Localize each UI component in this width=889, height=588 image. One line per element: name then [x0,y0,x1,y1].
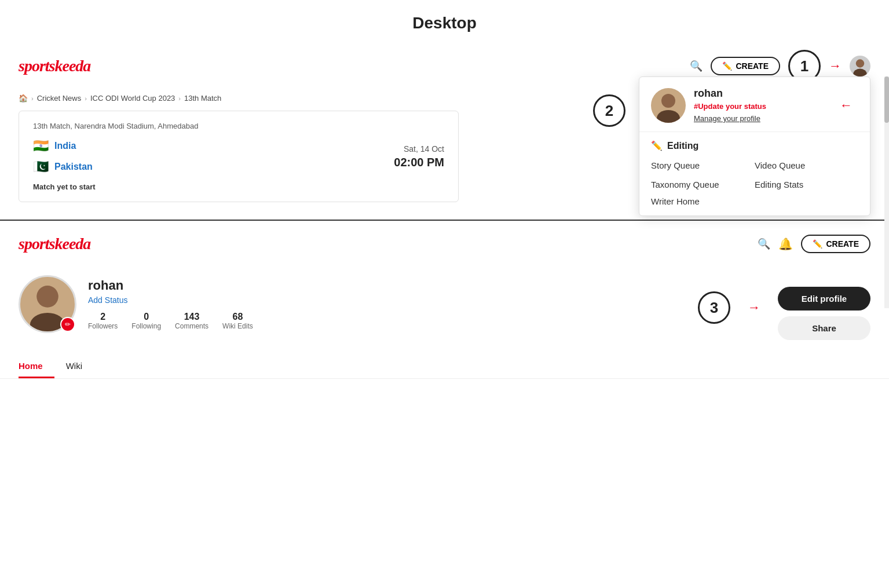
match-status: Match yet to start [33,182,444,191]
dropdown-manage-link[interactable]: Manage your profile [694,114,760,123]
create-button-1[interactable]: ✏️ CREATE [711,57,780,75]
match-date: Sat, 14 Oct [394,144,444,154]
tab-wiki[interactable]: Wiki [66,355,94,378]
team-pakistan-row: 🇵🇰 Pakistan [33,159,93,174]
pakistan-flag: 🇵🇰 [33,159,49,174]
share-button[interactable]: Share [778,316,870,340]
scrollbar-track[interactable] [884,76,889,308]
profile-right: Edit profile Share [778,275,870,340]
dropdown-story-queue[interactable]: Story Queue [651,158,755,173]
dropdown-user-row: rohan #Update your status Manage your pr… [639,77,870,132]
profile-avatar-wrap: ✏ [19,275,76,333]
profile-add-status[interactable]: Add Status [88,295,253,305]
profile-tabs: Home Wiki [0,355,889,379]
header-2: sportskeeda 🔍 🔔 ✏️ CREATE [0,227,889,261]
comments-count: 143 [175,312,208,322]
header-right-2: 🔍 🔔 ✏️ CREATE [758,235,870,253]
match-venue: 13th Match, Narendra Modi Stadium, Ahmed… [33,122,444,130]
following-count: 0 [131,312,161,322]
india-name[interactable]: India [54,141,76,151]
following-label: Following [131,322,161,330]
team-india-row: 🇮🇳 India [33,138,93,154]
section-1: sportskeeda 🔍 ✏️ CREATE 1 → 🏠 › [0,42,889,221]
followers-count: 2 [88,312,118,322]
create-button-2[interactable]: ✏️ CREATE [801,235,870,253]
user-avatar-1[interactable] [850,56,870,76]
section-2: sportskeeda 🔍 🔔 ✏️ CREATE ✏ [0,221,889,379]
editing-icon: ✏️ [651,140,663,151]
scrollbar-thumb[interactable] [884,76,889,123]
svg-point-5 [30,313,65,333]
home-icon-1[interactable]: 🏠 [19,94,28,103]
dropdown-grid: Story Queue Video Queue Taxonomy Queue E… [651,158,858,192]
match-card: 13th Match, Narendra Modi Stadium, Ahmed… [19,111,459,202]
dropdown-avatar[interactable] [651,88,686,123]
tab-home[interactable]: Home [19,355,54,378]
svg-point-2 [661,94,675,108]
dropdown-panel: 2 rohan #Update your status Manage your … [639,76,870,216]
dropdown-writer-home[interactable]: Writer Home [651,196,858,206]
svg-point-4 [36,286,58,308]
comments-label: Comments [175,322,208,330]
profile-area: ✏ rohan Add Status 2 Followers 0 Followi… [0,261,889,349]
match-clock: 02:00 PM [394,156,444,169]
wiki-edits-label: Wiki Edits [222,322,253,330]
breadcrumb-icc[interactable]: ICC ODI World Cup 2023 [90,94,175,103]
wiki-edits-count: 68 [222,312,253,322]
callout-3-arrow: → [748,300,760,315]
dropdown-editing-section: ✏️ Editing Story Queue Video Queue Taxon… [639,132,870,210]
callout-3: 3 [698,291,730,324]
india-flag: 🇮🇳 [33,138,49,154]
profile-info: rohan Add Status 2 Followers 0 Following… [88,278,253,330]
teams-left: 🇮🇳 India 🇵🇰 Pakistan [33,138,93,174]
pakistan-name[interactable]: Pakistan [54,162,93,172]
profile-left: ✏ rohan Add Status 2 Followers 0 Followi… [19,275,253,333]
followers-label: Followers [88,322,118,330]
profile-stats: 2 Followers 0 Following 143 Comments 68 … [88,312,253,330]
callout-2: 2 [593,94,625,127]
dropdown-username: rohan [694,87,766,100]
dropdown-user-info: rohan #Update your status Manage your pr… [694,87,766,123]
search-button-1[interactable]: 🔍 [690,60,703,72]
svg-point-1 [853,69,866,77]
dropdown-avatar-svg [651,88,686,123]
profile-name: rohan [88,278,253,293]
edit-icon-2: ✏️ [813,239,822,249]
match-teams: 🇮🇳 India 🇵🇰 Pakistan Sat, 14 Oct 02:00 P… [33,138,444,174]
bell-button[interactable]: 🔔 [778,237,793,251]
logo-1[interactable]: sportskeeda [19,57,90,75]
stat-following: 0 Following [131,312,161,330]
page-title: Desktop [0,0,889,42]
arrow-1: → [829,59,842,74]
logo-2[interactable]: sportskeeda [19,235,90,253]
manage-arrow: ← [840,98,858,113]
stat-wiki-edits: 68 Wiki Edits [222,312,253,330]
stat-followers: 2 Followers [88,312,118,330]
svg-point-3 [657,110,680,123]
match-time: Sat, 14 Oct 02:00 PM [394,144,444,169]
dropdown-taxonomy-queue[interactable]: Taxonomy Queue [651,177,755,192]
breadcrumb-13th-match[interactable]: 13th Match [184,94,221,103]
stat-comments: 143 Comments [175,312,208,330]
profile-right-area: 3 → Edit profile Share [698,275,870,340]
dropdown-editing-title: ✏️ Editing [651,140,858,151]
breadcrumb-cricket-news[interactable]: Cricket News [37,94,82,103]
dropdown-editing-stats[interactable]: Editing Stats [755,177,858,192]
edit-profile-button[interactable]: Edit profile [778,287,870,311]
edit-icon-1: ✏️ [722,61,732,71]
search-button-2[interactable]: 🔍 [758,238,770,250]
profile-edit-badge[interactable]: ✏ [60,317,75,332]
dropdown-status-link[interactable]: #Update your status [694,102,766,111]
svg-point-0 [856,59,864,67]
dropdown-video-queue[interactable]: Video Queue [755,158,858,173]
avatar-svg-1 [850,56,870,76]
